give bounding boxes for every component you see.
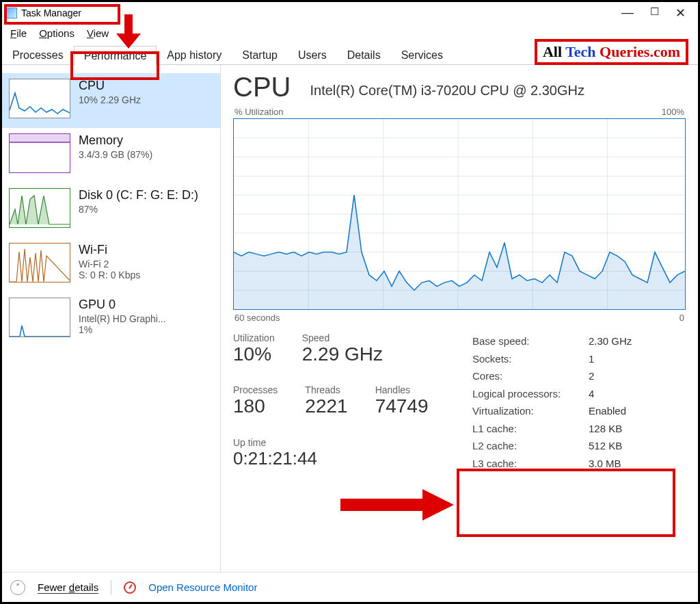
sidebar-item-label: Wi-Fi bbox=[79, 243, 140, 257]
tab-startup[interactable]: Startup bbox=[232, 45, 288, 64]
sidebar-item-memory[interactable]: Memory 3.4/3.9 GB (87%) bbox=[2, 128, 220, 183]
cpu-thumb bbox=[9, 79, 70, 118]
sidebar-item-sub: 87% bbox=[79, 204, 198, 215]
tab-users[interactable]: Users bbox=[288, 45, 337, 64]
sidebar-item-sub: 10% 2.29 GHz bbox=[79, 94, 141, 105]
menu-options[interactable]: Options bbox=[39, 27, 75, 39]
gpu-thumb bbox=[9, 298, 70, 337]
spec-row: L2 cache:512 KB bbox=[472, 437, 657, 455]
sidebar-item-label: Disk 0 (C: F: G: E: D:) bbox=[79, 188, 198, 202]
main-panel: CPU Intel(R) Core(TM) i3-7020U CPU @ 2.3… bbox=[221, 65, 698, 575]
sidebar-item-disk[interactable]: Disk 0 (C: F: G: E: D:) 87% bbox=[2, 183, 220, 237]
sidebar-item-label: GPU 0 bbox=[79, 298, 166, 312]
fewer-details-link[interactable]: Fewer details bbox=[38, 581, 98, 593]
tab-performance[interactable]: Performance bbox=[74, 46, 157, 65]
spec-row: Base speed:2.30 GHz bbox=[472, 332, 657, 350]
stat-utilization-value: 10% bbox=[233, 343, 275, 365]
memory-thumb bbox=[9, 133, 70, 173]
cpu-chart bbox=[233, 118, 686, 310]
tab-details[interactable]: Details bbox=[337, 45, 391, 64]
sidebar-item-label: Memory bbox=[79, 133, 152, 148]
page-title: CPU bbox=[233, 72, 291, 103]
sidebar-item-sub: 3.4/3.9 GB (87%) bbox=[79, 149, 152, 160]
stat-threads-label: Threads bbox=[305, 384, 347, 395]
spec-row: Sockets:1 bbox=[472, 350, 657, 368]
resource-monitor-icon bbox=[124, 581, 136, 594]
spec-row: Cores:2 bbox=[472, 367, 657, 385]
maximize-button[interactable]: ☐ bbox=[650, 5, 659, 21]
spec-row: L3 cache:3.0 MB bbox=[472, 455, 657, 473]
minimize-button[interactable]: — bbox=[621, 5, 634, 21]
chart-y-label: % Utilization bbox=[234, 107, 284, 117]
sidebar-item-sub: Wi-Fi 2 bbox=[79, 259, 140, 270]
disk-thumb bbox=[9, 188, 70, 228]
spec-row: Logical processors:4 bbox=[472, 385, 657, 403]
app-icon bbox=[6, 8, 17, 18]
stat-threads-value: 2221 bbox=[305, 395, 347, 417]
window-title: Task Manager bbox=[21, 8, 81, 18]
open-resource-monitor-link[interactable]: Open Resource Monitor bbox=[148, 581, 257, 593]
spec-row: L1 cache:128 KB bbox=[472, 420, 657, 438]
stat-processes-value: 180 bbox=[233, 395, 278, 417]
stat-speed-label: Speed bbox=[302, 332, 383, 343]
stat-uptime-value: 0:21:21:44 bbox=[233, 448, 317, 469]
sidebar-item-sub2: 1% bbox=[79, 324, 166, 335]
footer: ˄ Fewer details Open Resource Monitor bbox=[2, 572, 698, 602]
cpu-model: Intel(R) Core(TM) i3-7020U CPU @ 2.30GHz bbox=[310, 83, 584, 99]
svg-rect-0 bbox=[10, 134, 70, 142]
stat-handles-value: 74749 bbox=[375, 395, 429, 417]
stat-utilization-label: Utilization bbox=[233, 332, 275, 343]
divider bbox=[111, 580, 111, 595]
sidebar-item-cpu[interactable]: CPU 10% 2.29 GHz bbox=[2, 73, 220, 128]
tab-app-history[interactable]: App history bbox=[157, 45, 232, 64]
stat-processes-label: Processes bbox=[233, 384, 278, 395]
sidebar: CPU 10% 2.29 GHz Memory 3.4/3.9 GB (87%)… bbox=[2, 65, 221, 575]
chevron-up-icon[interactable]: ˄ bbox=[10, 580, 25, 595]
sidebar-item-label: CPU bbox=[79, 79, 141, 93]
stat-uptime-label: Up time bbox=[233, 437, 317, 448]
menu-view[interactable]: View bbox=[87, 27, 109, 39]
close-button[interactable]: ✕ bbox=[675, 5, 686, 21]
stat-speed-value: 2.29 GHz bbox=[302, 343, 383, 365]
sidebar-item-sub2: S: 0 R: 0 Kbps bbox=[79, 270, 140, 280]
chart-x-left: 60 seconds bbox=[234, 313, 280, 323]
sidebar-item-wifi[interactable]: Wi-Fi Wi-Fi 2 S: 0 R: 0 Kbps bbox=[2, 237, 220, 292]
tabs: Processes Performance App history Startu… bbox=[2, 42, 698, 65]
spec-row: Virtualization:Enabled bbox=[472, 402, 657, 420]
watermark: All Tech Queries.com bbox=[535, 39, 688, 65]
spec-table: Base speed:2.30 GHz Sockets:1 Cores:2 Lo… bbox=[472, 332, 657, 472]
sidebar-item-gpu[interactable]: GPU 0 Intel(R) HD Graphi... 1% bbox=[2, 292, 220, 347]
titlebar: Task Manager — ☐ ✕ bbox=[2, 2, 698, 24]
menu-file[interactable]: File bbox=[10, 27, 27, 39]
chart-x-right: 0 bbox=[679, 313, 684, 323]
stat-handles-label: Handles bbox=[375, 384, 429, 395]
tab-processes[interactable]: Processes bbox=[2, 45, 74, 64]
tab-services[interactable]: Services bbox=[391, 45, 453, 64]
wifi-thumb bbox=[9, 243, 70, 283]
sidebar-item-sub: Intel(R) HD Graphi... bbox=[79, 313, 166, 324]
chart-y-max: 100% bbox=[662, 107, 684, 117]
